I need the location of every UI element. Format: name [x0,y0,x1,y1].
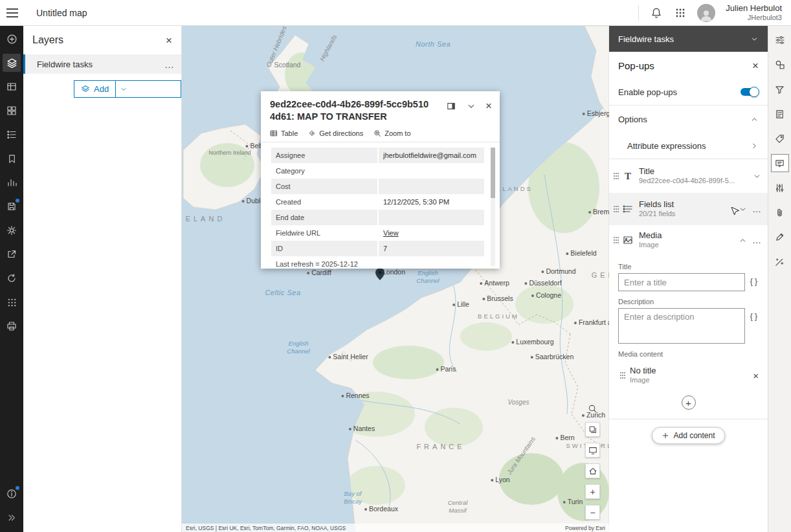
card-options-icon[interactable]: … [752,235,761,245]
bookmarks-icon[interactable] [3,150,21,168]
settings-gear-icon[interactable] [3,221,21,239]
fields-list-icon [621,204,635,214]
tables-icon[interactable] [3,78,21,96]
styles-icon[interactable] [771,56,789,74]
media-title-input[interactable] [618,273,745,291]
attribute-expressions-row[interactable]: Attribute expressions [609,133,768,159]
info-icon[interactable] [3,485,21,503]
expand-rail-icon[interactable] [3,509,21,527]
share-icon[interactable] [3,245,21,263]
get-directions-button[interactable]: Get directions [308,129,363,137]
divider [638,5,639,21]
map-attribution: Esri, USGS | Esri UK, Esri, TomTom, Garm… [182,524,609,532]
media-image-icon [621,235,635,245]
description-expression-icon[interactable]: { } [749,308,759,325]
media-card-label: Media [639,230,662,241]
collapse-popup-icon[interactable] [465,100,477,112]
add-button-label: Add [94,84,109,94]
presentation-icon[interactable] [585,443,600,458]
forms-icon[interactable] [771,105,789,123]
popup-scrollbar[interactable] [491,148,495,266]
zoom-to-icon [373,129,381,137]
add-layer-icon[interactable] [3,30,21,48]
save-icon[interactable] [3,197,21,216]
zoom-out-button[interactable]: − [585,505,600,520]
app-launcher-icon[interactable] [674,6,687,19]
layers-panel: Layers × Fieldwire tasks … Add [23,26,182,532]
recent-basemaps-icon[interactable] [585,422,600,437]
powered-by-esri: Powered by Esri [565,525,605,531]
topbar: Untitled map Julien Herbulot JHerbulot3 [0,0,791,26]
sync-icon[interactable] [3,269,21,287]
close-layers-panel-icon[interactable]: × [166,35,172,46]
apps-icon[interactable] [3,293,21,311]
fields-icon[interactable] [771,179,789,197]
cursor-pointer-icon [731,207,739,217]
edit-icon[interactable] [771,228,789,246]
popup-field-row: Fieldwire URLView [271,225,484,241]
add-media-item-icon[interactable]: + [682,395,696,410]
card-options-icon[interactable]: … [752,204,761,214]
popup-title: 9ed22cee-c0d4-4b26-899f-5cc9b5104d61: MA… [270,98,432,123]
user-info[interactable]: Julien Herbulot JHerbulot3 [726,3,782,23]
show-table-button[interactable]: Table [270,129,298,137]
media-content-item[interactable]: No title Image × [618,363,759,388]
user-avatar[interactable] [697,4,715,22]
filter-icon[interactable] [771,80,789,98]
zoom-to-button[interactable]: Zoom to [373,129,410,137]
map-canvas[interactable]: North SeaHighlandsOuter HebridesScotland… [182,26,609,532]
chevron-down-icon[interactable] [753,172,761,181]
legend-icon[interactable] [3,126,21,144]
chevron-down-icon [750,35,759,43]
map-search-icon[interactable] [585,401,600,416]
zoom-in-button[interactable]: + [585,484,600,499]
directions-icon [308,129,316,137]
properties-icon[interactable] [771,31,789,49]
layer-options-icon[interactable]: … [164,60,175,69]
drag-handle-icon[interactable] [618,372,627,379]
drag-handle-icon[interactable] [612,206,621,212]
field-label: Created [271,194,377,210]
close-panel-icon[interactable]: × [752,60,759,71]
layer-selector-dropdown[interactable]: Fieldwire tasks [609,26,768,52]
dock-popup-icon[interactable] [445,100,457,112]
home-icon[interactable] [585,463,600,478]
add-dropdown-icon[interactable] [116,81,131,97]
enable-popups-toggle[interactable] [741,88,759,96]
layers-icon [81,85,90,94]
field-value [379,179,484,194]
field-value-link[interactable]: View [379,225,484,241]
add-layer-split-button[interactable]: Add [74,80,181,98]
title-type-icon: T [621,171,635,182]
map-pin[interactable] [375,268,384,280]
chevron-down-icon[interactable] [739,205,747,214]
add-content-button[interactable]: Add content [652,427,724,444]
layers-icon[interactable] [3,54,21,72]
close-popup-icon[interactable]: × [485,100,492,111]
title-expression-icon[interactable]: { } [749,273,759,290]
field-value [379,163,484,179]
remove-media-item-icon[interactable]: × [753,371,759,381]
title-card[interactable]: T Title 9ed22cee-c0d4-4b26-899f-5... [609,159,768,193]
labels-icon[interactable] [771,129,789,148]
popups-icon[interactable] [771,154,789,172]
menu-icon[interactable] [6,4,25,22]
popup-field-row: Cost [271,179,484,194]
notifications-bell-icon[interactable] [649,6,663,20]
effects-icon[interactable] [771,252,789,271]
field-label: Category [271,163,377,179]
media-description-input[interactable] [618,308,745,344]
basemap-icon[interactable] [3,102,21,120]
layer-list-item[interactable]: Fieldwire tasks … [23,54,181,74]
attachments-icon[interactable] [771,203,789,221]
media-card[interactable]: Media Image … [609,225,768,255]
chevron-up-icon[interactable] [739,236,747,245]
attribution-text: Esri, USGS | Esri UK, Esri, TomTom, Garm… [186,525,346,531]
charts-icon[interactable] [3,173,21,192]
drag-handle-icon[interactable] [612,173,621,179]
options-section-header[interactable]: Options [609,105,768,133]
fields-list-card[interactable]: Fields list 20/21 fields … [609,193,768,225]
popup-field-row: End date [271,210,484,225]
drag-handle-icon[interactable] [612,237,621,243]
print-icon[interactable] [3,317,21,335]
